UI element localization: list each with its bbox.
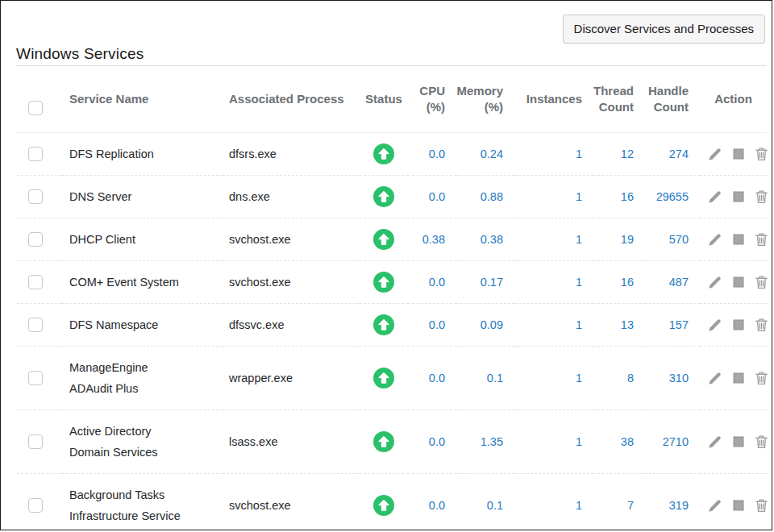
table-row: DFS Namespace dfssvc.exe 0.0 0.09 1 13 1… xyxy=(17,304,767,347)
col-header-associated-process: Associated Process xyxy=(223,66,360,133)
edit-pencil-icon[interactable] xyxy=(707,434,722,450)
row-checkbox[interactable] xyxy=(28,498,43,513)
thread-count-value: 19 xyxy=(593,218,645,261)
select-all-checkbox[interactable] xyxy=(28,101,43,115)
cpu-value: 0.0 xyxy=(408,474,456,531)
stop-square-icon[interactable] xyxy=(733,372,744,384)
delete-trash-icon[interactable] xyxy=(755,434,768,449)
col-header-cpu: CPU (%) xyxy=(408,66,456,133)
cpu-value: 0.0 xyxy=(408,347,456,410)
delete-trash-icon[interactable] xyxy=(755,147,768,161)
windows-services-page: Discover Services and Processes Windows … xyxy=(0,0,772,530)
stop-square-icon[interactable] xyxy=(733,319,744,330)
status-up-arrow-icon xyxy=(373,371,394,384)
edit-pencil-icon[interactable] xyxy=(707,371,722,386)
handle-count-value: 2710 xyxy=(645,410,700,474)
edit-pencil-icon[interactable] xyxy=(707,232,722,247)
status-up-arrow-icon xyxy=(373,147,394,160)
row-checkbox[interactable] xyxy=(28,189,43,204)
service-name: ManageEngine ADAudit Plus xyxy=(69,361,148,395)
cpu-value: 0.0 xyxy=(408,304,456,347)
status-up-arrow-icon xyxy=(373,318,394,330)
associated-process: dfssvc.exe xyxy=(223,304,360,347)
memory-value: 0.88 xyxy=(456,176,514,218)
associated-process: lsass.exe xyxy=(223,410,360,474)
row-checkbox[interactable] xyxy=(28,318,43,332)
thread-count-value: 12 xyxy=(593,133,645,176)
instances-value: 1 xyxy=(514,261,593,304)
col-header-handle-count: Handle Count xyxy=(645,66,700,133)
memory-value: 0.1 xyxy=(456,347,514,410)
table-row: COM+ Event System svchost.exe 0.0 0.17 1… xyxy=(17,261,767,304)
cpu-value: 0.0 xyxy=(408,176,456,218)
delete-trash-icon[interactable] xyxy=(755,275,768,289)
row-checkbox[interactable] xyxy=(28,147,43,161)
stop-square-icon[interactable] xyxy=(733,276,744,288)
row-checkbox[interactable] xyxy=(28,371,43,385)
delete-trash-icon[interactable] xyxy=(755,232,768,247)
page-header: Discover Services and Processes Windows … xyxy=(1,1,772,65)
thread-count-value: 8 xyxy=(593,347,645,410)
row-checkbox[interactable] xyxy=(28,232,43,247)
handle-count-value: 487 xyxy=(645,261,700,304)
col-header-memory: Memory (%) xyxy=(456,66,514,133)
delete-trash-icon[interactable] xyxy=(755,371,768,385)
stop-square-icon[interactable] xyxy=(733,191,744,202)
memory-value: 1.35 xyxy=(456,410,514,474)
cpu-value: 0.0 xyxy=(408,261,456,304)
edit-pencil-icon[interactable] xyxy=(707,318,722,333)
table-row: Background Tasks Infrastructure Service … xyxy=(17,474,767,531)
status-up-arrow-icon xyxy=(373,498,394,511)
delete-trash-icon[interactable] xyxy=(755,318,768,332)
status-up-arrow-icon xyxy=(373,434,394,447)
handle-count-value: 310 xyxy=(645,347,700,410)
edit-pencil-icon[interactable] xyxy=(707,147,722,162)
stop-square-icon[interactable] xyxy=(733,148,744,160)
table-body: DFS Replication dfsrs.exe 0.0 0.24 1 12 … xyxy=(17,133,767,531)
status-up-arrow-icon xyxy=(373,232,394,245)
col-header-action: Action xyxy=(700,66,767,133)
memory-value: 0.38 xyxy=(456,218,514,261)
services-table: Service Name Associated Process Status C… xyxy=(17,66,767,530)
discover-services-button[interactable]: Discover Services and Processes xyxy=(563,15,765,44)
service-name: DFS Namespace xyxy=(69,318,158,331)
row-checkbox[interactable] xyxy=(28,434,43,449)
memory-value: 0.24 xyxy=(456,133,514,176)
instances-value: 1 xyxy=(514,474,593,531)
delete-trash-icon[interactable] xyxy=(755,189,768,204)
associated-process: dns.exe xyxy=(223,176,360,218)
instances-value: 1 xyxy=(514,218,593,261)
col-header-status: Status xyxy=(360,66,408,133)
instances-value: 1 xyxy=(514,176,593,218)
edit-pencil-icon[interactable] xyxy=(707,498,722,513)
stop-square-icon[interactable] xyxy=(733,234,744,245)
memory-value: 0.17 xyxy=(456,261,514,304)
handle-count-value: 157 xyxy=(645,304,700,347)
stop-square-icon[interactable] xyxy=(733,500,744,511)
table-row: DNS Server dns.exe 0.0 0.88 1 16 29655 xyxy=(17,176,767,218)
handle-count-value: 570 xyxy=(645,218,700,261)
memory-value: 0.1 xyxy=(456,474,514,531)
instances-value: 1 xyxy=(514,133,593,176)
associated-process: svchost.exe xyxy=(223,261,360,304)
table-row: DHCP Client svchost.exe 0.38 0.38 1 19 5… xyxy=(17,218,767,261)
edit-pencil-icon[interactable] xyxy=(707,275,722,290)
stop-square-icon[interactable] xyxy=(733,436,744,447)
instances-value: 1 xyxy=(514,410,593,474)
associated-process: wrapper.exe xyxy=(223,347,360,410)
delete-trash-icon[interactable] xyxy=(755,498,768,513)
handle-count-value: 274 xyxy=(645,133,700,176)
handle-count-value: 29655 xyxy=(645,176,700,218)
cpu-value: 0.0 xyxy=(408,410,456,474)
instances-value: 1 xyxy=(514,347,593,410)
service-name: DNS Server xyxy=(69,190,131,203)
cpu-value: 0.38 xyxy=(408,218,456,261)
thread-count-value: 38 xyxy=(593,410,645,474)
edit-pencil-icon[interactable] xyxy=(707,189,722,205)
table-header-row: Service Name Associated Process Status C… xyxy=(17,66,767,133)
associated-process: svchost.exe xyxy=(223,218,360,261)
memory-value: 0.09 xyxy=(456,304,514,347)
status-up-arrow-icon xyxy=(373,275,394,288)
thread-count-value: 13 xyxy=(593,304,645,347)
row-checkbox[interactable] xyxy=(28,275,43,289)
